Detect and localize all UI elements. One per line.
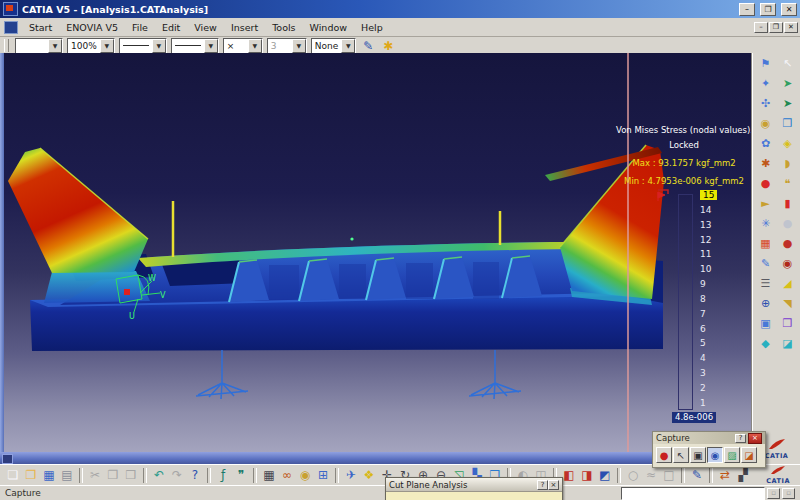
- capture-title-bar[interactable]: Capture ? ×: [653, 432, 765, 444]
- graph-button[interactable]: ◪: [741, 447, 757, 463]
- render-mode-dropdown[interactable]: None▼: [311, 38, 356, 54]
- scale-min-value[interactable]: 4.8e-006: [672, 412, 716, 423]
- ladybug-icon[interactable]: ◉: [779, 256, 796, 271]
- close-button[interactable]: ✕: [781, 3, 797, 16]
- brush-icon[interactable]: ✎: [757, 256, 774, 271]
- machine-icon[interactable]: ▞: [734, 467, 752, 484]
- menu-item[interactable]: Insert: [224, 21, 265, 34]
- fly-mode-icon[interactable]: ✈: [342, 467, 360, 484]
- menu-item[interactable]: Window: [303, 21, 354, 34]
- document-icon[interactable]: [4, 21, 18, 34]
- minimize-button[interactable]: –: [739, 3, 755, 16]
- wheel-icon[interactable]: ✳: [757, 216, 774, 231]
- paste-icon[interactable]: ❒: [122, 467, 140, 484]
- restore-button[interactable]: ❐: [760, 3, 776, 16]
- save-icon[interactable]: ▦: [40, 467, 58, 484]
- scale-tick[interactable]: 12: [700, 235, 711, 245]
- sphere-icon[interactable]: ●: [779, 216, 796, 231]
- scale-tick[interactable]: 8: [700, 294, 706, 304]
- camera-button[interactable]: ◉: [707, 447, 723, 463]
- link-icon[interactable]: ∞: [278, 467, 296, 484]
- curve-icon[interactable]: ≈: [642, 467, 660, 484]
- scale-tick[interactable]: 2: [700, 383, 706, 393]
- scale-tick[interactable]: 4: [700, 353, 706, 363]
- line-type-dropdown-2[interactable]: ▼: [171, 38, 219, 54]
- apple-icon[interactable]: ●: [779, 236, 796, 251]
- formula-icon[interactable]: ƒ: [214, 467, 232, 484]
- open-icon[interactable]: ❐: [22, 467, 40, 484]
- catalog-icon[interactable]: ◉: [296, 467, 314, 484]
- design-table-icon[interactable]: ▦: [260, 467, 278, 484]
- cube-icon[interactable]: ❒: [779, 116, 796, 131]
- help-icon[interactable]: ?: [186, 467, 204, 484]
- pointer-icon[interactable]: ↖: [779, 56, 796, 71]
- gem-icon[interactable]: ◆: [757, 336, 774, 351]
- child-minimize-button[interactable]: –: [754, 22, 768, 33]
- scale-tick[interactable]: 9: [700, 279, 706, 289]
- fit-all-icon[interactable]: ❖: [360, 467, 378, 484]
- cut-icon[interactable]: ✂: [86, 467, 104, 484]
- wedge-icon[interactable]: ◢: [779, 276, 796, 291]
- undo-icon[interactable]: ↶: [150, 467, 168, 484]
- chisel-icon[interactable]: ◥: [779, 296, 796, 311]
- capture-close-button[interactable]: ×: [748, 433, 762, 444]
- options-button[interactable]: ▣: [690, 447, 706, 463]
- cylinder-icon[interactable]: ○: [624, 467, 642, 484]
- 3d-viewport[interactable]: W V U Von Mises Stress (nodal values).1 …: [0, 53, 752, 452]
- scale-tick[interactable]: 5: [700, 338, 706, 348]
- pen-icon[interactable]: ✎: [688, 467, 706, 484]
- line-type-dropdown[interactable]: ▼: [119, 38, 167, 54]
- child-close-button[interactable]: ✕: [784, 22, 798, 33]
- menu-item[interactable]: Edit: [155, 21, 187, 34]
- flower-icon[interactable]: ✿: [757, 136, 774, 151]
- command-input[interactable]: [621, 487, 765, 500]
- rainbow-box-icon[interactable]: ▦: [757, 236, 774, 251]
- purple-cube-icon[interactable]: ❒: [779, 316, 796, 331]
- toolbar-grip[interactable]: [4, 39, 9, 52]
- scale-marker-icon[interactable]: [656, 188, 674, 202]
- copy-icon[interactable]: ❐: [104, 467, 122, 484]
- image-layout-icon[interactable]: ◨: [578, 467, 596, 484]
- image-button[interactable]: ▨: [724, 447, 740, 463]
- paper-plane2-icon[interactable]: ➤: [779, 96, 796, 111]
- paper-plane-icon[interactable]: ➤: [779, 76, 796, 91]
- scale-tick[interactable]: 1: [700, 398, 706, 408]
- scale-tick[interactable]: 10: [700, 264, 711, 274]
- window-icon[interactable]: ⊞: [314, 467, 332, 484]
- box-icon[interactable]: □: [660, 467, 678, 484]
- point-symbol-dropdown[interactable]: ×▼: [223, 38, 263, 54]
- flag-icon[interactable]: ⚑: [757, 56, 774, 71]
- cut-plane-title-bar[interactable]: Cut Plane Analysis ? ×: [386, 478, 562, 491]
- color-dropdown[interactable]: ▼: [15, 38, 63, 54]
- menu-item[interactable]: Start: [22, 21, 59, 34]
- globe-icon[interactable]: ◉: [757, 116, 774, 131]
- status-button-1[interactable]: ▫: [767, 488, 780, 499]
- capture-help-button[interactable]: ?: [735, 434, 746, 443]
- glove-icon[interactable]: ❝: [779, 176, 796, 191]
- new-document-icon[interactable]: ❏: [4, 467, 22, 484]
- pointer-button[interactable]: ↖: [673, 447, 689, 463]
- magnifier-icon[interactable]: ⊕: [757, 296, 774, 311]
- swap-icon[interactable]: ⇄: [716, 467, 734, 484]
- scale-tick[interactable]: 14: [700, 205, 711, 215]
- painter-icon[interactable]: ✎: [360, 39, 376, 53]
- redo-icon[interactable]: ↷: [168, 467, 186, 484]
- color-bar[interactable]: [678, 194, 693, 410]
- scale-tick[interactable]: 7: [700, 309, 706, 319]
- menu-item[interactable]: Help: [354, 21, 390, 34]
- comment-icon[interactable]: ❞: [232, 467, 250, 484]
- wizard-icon[interactable]: ✱: [380, 39, 396, 53]
- menu-item[interactable]: View: [187, 21, 224, 34]
- scale-tick[interactable]: 13: [700, 220, 711, 230]
- bulb-icon[interactable]: ●: [757, 176, 774, 191]
- satchel-icon[interactable]: ◗: [779, 156, 796, 171]
- cut-plane-help-button[interactable]: ?: [537, 480, 548, 490]
- scale-tick[interactable]: 15: [700, 190, 717, 200]
- menu-item[interactable]: ENOVIA V5: [59, 21, 125, 34]
- scale-tick[interactable]: 6: [700, 324, 706, 334]
- star-icon[interactable]: ✦: [757, 76, 774, 91]
- diamond-icon[interactable]: ◈: [779, 136, 796, 151]
- menu-item[interactable]: File: [125, 21, 155, 34]
- print-icon[interactable]: ▤: [58, 467, 76, 484]
- cyan-wedge-icon[interactable]: ◪: [779, 336, 796, 351]
